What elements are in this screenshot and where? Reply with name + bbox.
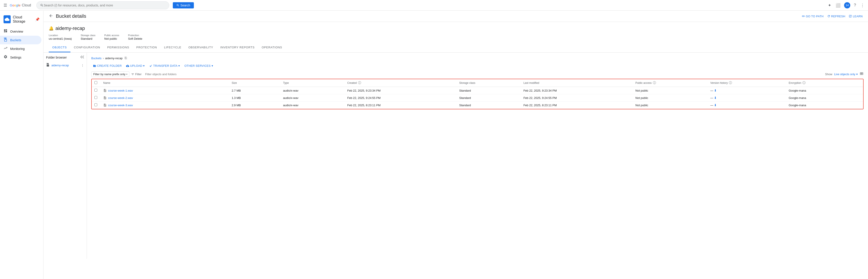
row2-download-icon[interactable]: ⬇ [714, 96, 717, 100]
tab-permissions[interactable]: PERMISSIONS [104, 43, 133, 52]
row1-encryption: Google-mana [786, 87, 863, 94]
th-last-modified: Last modified [521, 79, 633, 87]
sidebar-item-monitoring-label: Monitoring [10, 47, 25, 51]
th-storage-class: Storage class [457, 79, 521, 87]
folder-item-aidemy-recap[interactable]: aidemy-recap ⋮ [43, 61, 87, 69]
tab-configuration[interactable]: CONFIGURATION [70, 43, 104, 52]
row3-created: Feb 22, 2025, 8:23:11 PM [344, 102, 456, 109]
tab-lifecycle[interactable]: LIFECYCLE [160, 43, 185, 52]
row1-name-cell: course-week-1.wav [100, 87, 229, 94]
filter-objects-input[interactable] [143, 72, 823, 77]
row1-checkbox-cell [92, 87, 100, 94]
refresh-button[interactable]: REFRESH [827, 15, 845, 18]
transfer-data-label: TRANSFER DATA [153, 64, 178, 67]
bucket-location-label: Location [49, 34, 72, 36]
page-title: Bucket details [56, 13, 86, 19]
copy-bucket-name-icon[interactable]: ⎘ [125, 56, 127, 60]
bucket-location-value: us-central1 (Iowa) [49, 37, 72, 40]
more-icon[interactable]: ⋮ [860, 2, 865, 9]
row1-download-icon[interactable]: ⬇ [714, 89, 717, 92]
tab-observability[interactable]: OBSERVABILITY [185, 43, 217, 52]
notification-icon: 🔔 [49, 26, 54, 31]
folder-menu-button[interactable]: ⋮ [81, 64, 84, 67]
row2-storage-class: Standard [457, 94, 521, 102]
google-logo: Google [10, 3, 20, 7]
upload-button[interactable]: UPLOAD ▾ [124, 63, 147, 69]
row2-last-modified: Feb 22, 2025, 9:24:55 PM [521, 94, 633, 102]
avatar[interactable]: 14 [844, 2, 850, 8]
tab-operations[interactable]: OPERATIONS [258, 43, 285, 52]
transfer-arrow: ▾ [178, 64, 180, 67]
sidebar-item-settings-label: Settings [10, 56, 22, 59]
bucket-protection: Protection Soft Delete [128, 34, 142, 40]
sidebar-item-monitoring[interactable]: Monitoring [0, 44, 41, 53]
version-help-icon: ⓘ [729, 81, 732, 84]
created-help-icon: ⓘ [358, 81, 361, 84]
row3-checkbox[interactable] [94, 103, 97, 106]
upload-icon [126, 64, 129, 67]
search-btn-label: Search [180, 4, 190, 7]
sidebar-item-buckets-label: Buckets [10, 38, 21, 42]
row2-checkbox[interactable] [94, 96, 97, 99]
row1-file-link[interactable]: course-week-1.wav [108, 89, 133, 92]
gem-icon[interactable]: ✦ [827, 2, 832, 9]
row3-file-link[interactable]: course-week-3.wav [108, 104, 133, 107]
row3-download-icon[interactable]: ⬇ [714, 103, 717, 107]
search-button[interactable]: Search [173, 2, 194, 8]
columns-button[interactable] [860, 72, 864, 77]
bucket-public-access: Public access Not public [104, 34, 119, 40]
upload-arrow: ▾ [143, 64, 145, 67]
tab-inventory-reports[interactable]: INVENTORY REPORTS [217, 43, 258, 52]
back-button[interactable] [49, 13, 53, 19]
page-header-actions: GO TO PATH REFRESH LEARN [802, 15, 863, 18]
bucket-public-access-value: Not public [104, 37, 117, 40]
filter-prefix-dropdown[interactable]: Filter by name prefix only ▾ [91, 72, 129, 77]
th-checkbox [92, 79, 100, 87]
page-header: Bucket details GO TO PATH REFRESH LEARN [43, 11, 868, 22]
content-area: Folder browser aidemy-recap ⋮ Bu [43, 53, 868, 259]
learn-button[interactable]: LEARN [849, 15, 863, 18]
go-to-path-label: GO TO PATH [806, 15, 824, 18]
row1-version-history: — ⬇ [708, 87, 786, 94]
sidebar-item-buckets[interactable]: Buckets [0, 36, 41, 44]
row1-checkbox[interactable] [94, 89, 97, 92]
transfer-data-button[interactable]: TRANSFER DATA ▾ [148, 63, 182, 69]
topbar-actions: ✦ ⬜ 14 ? ⋮ [827, 2, 865, 9]
sidebar-item-settings[interactable]: Settings [0, 53, 41, 62]
breadcrumb-buckets-link[interactable]: Buckets [91, 57, 101, 60]
objects-panel: Buckets › aidemy-recap ⎘ CREATE FOLDER U… [87, 53, 868, 259]
live-objects-button[interactable]: Live objects only ▾ [834, 73, 858, 76]
table-header-row: Name Size Type Created ⓘ [92, 79, 863, 87]
upload-label: UPLOAD [130, 64, 142, 67]
create-folder-button[interactable]: CREATE FOLDER [91, 63, 123, 69]
th-type: Type [280, 79, 345, 87]
pin-icon: 📌 [35, 17, 40, 22]
row1-storage-class: Standard [457, 87, 521, 94]
sidebar-item-overview[interactable]: Overview [0, 27, 41, 36]
select-all-checkbox[interactable] [94, 81, 97, 84]
refresh-icon [827, 15, 830, 18]
row3-type: audio/x-wav [280, 102, 345, 109]
cloud-storage-product-icon [4, 15, 11, 23]
go-to-path-button[interactable]: GO TO PATH [802, 15, 824, 18]
terminal-icon[interactable]: ⬜ [835, 2, 841, 9]
encryption-help-icon: ⓘ [802, 81, 806, 84]
filter-icon-button[interactable]: Filter [131, 73, 142, 76]
refresh-label: REFRESH [831, 15, 845, 18]
bucket-storage-class: Storage class Standard [81, 34, 95, 40]
row2-checkbox-cell [92, 94, 100, 102]
tab-protection[interactable]: PROTECTION [133, 43, 160, 52]
menu-icon[interactable]: ☰ [3, 2, 8, 9]
breadcrumb-separator: › [103, 57, 104, 60]
other-services-arrow: ▾ [212, 64, 213, 67]
row2-file-link[interactable]: course-week-2.wav [108, 96, 133, 100]
file-icon-row2 [103, 96, 107, 100]
other-services-button[interactable]: OTHER SERVICES ▾ [183, 63, 215, 69]
main-content: Bucket details GO TO PATH REFRESH LEARN [43, 11, 868, 279]
row1-public-access: Not public [633, 87, 708, 94]
search-input[interactable] [44, 4, 165, 7]
collapse-folder-browser-button[interactable] [81, 55, 84, 59]
breadcrumb-bucket-name: aidemy-recap [105, 57, 123, 60]
tab-objects[interactable]: OBJECTS [49, 43, 70, 52]
help-icon[interactable]: ? [853, 2, 857, 8]
